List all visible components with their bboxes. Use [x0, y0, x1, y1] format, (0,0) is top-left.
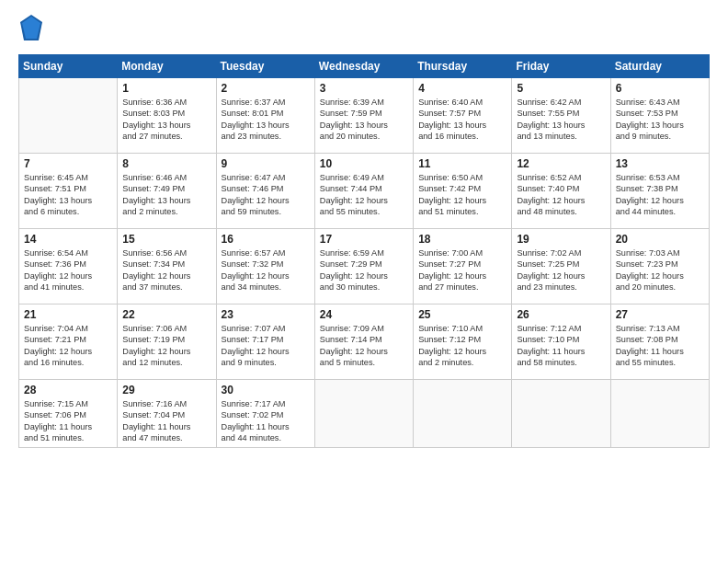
day-details: Sunrise: 7:03 AMSunset: 7:23 PMDaylight:… — [616, 247, 704, 293]
calendar-cell: 24Sunrise: 7:09 AMSunset: 7:14 PMDayligh… — [314, 304, 413, 379]
day-number: 13 — [616, 157, 704, 170]
day-details: Sunrise: 7:15 AMSunset: 7:06 PMDaylight:… — [24, 398, 112, 444]
day-details: Sunrise: 7:00 AMSunset: 7:27 PMDaylight:… — [418, 247, 506, 293]
day-number: 20 — [616, 233, 704, 246]
day-details: Sunrise: 7:10 AMSunset: 7:12 PMDaylight:… — [418, 323, 506, 369]
calendar-cell: 30Sunrise: 7:17 AMSunset: 7:02 PMDayligh… — [216, 379, 314, 448]
calendar-cell: 29Sunrise: 7:16 AMSunset: 7:04 PMDayligh… — [118, 379, 216, 448]
calendar-cell — [19, 77, 118, 153]
page-header — [18, 17, 710, 45]
day-details: Sunrise: 7:17 AMSunset: 7:02 PMDaylight:… — [222, 398, 310, 444]
day-details: Sunrise: 7:02 AMSunset: 7:25 PMDaylight:… — [517, 247, 605, 293]
day-details: Sunrise: 7:12 AMSunset: 7:10 PMDaylight:… — [517, 323, 605, 369]
calendar-cell: 2Sunrise: 6:37 AMSunset: 8:01 PMDaylight… — [216, 77, 314, 153]
day-details: Sunrise: 7:09 AMSunset: 7:14 PMDaylight:… — [320, 323, 408, 369]
day-details: Sunrise: 6:37 AMSunset: 8:01 PMDaylight:… — [222, 97, 310, 143]
calendar-weekday-wednesday: Wednesday — [314, 54, 413, 77]
day-number: 29 — [122, 384, 210, 396]
day-number: 26 — [517, 308, 605, 321]
day-number: 22 — [122, 308, 210, 321]
calendar-weekday-sunday: Sunday — [19, 54, 118, 77]
day-details: Sunrise: 6:54 AMSunset: 7:36 PMDaylight:… — [24, 247, 112, 293]
day-details: Sunrise: 6:46 AMSunset: 7:49 PMDaylight:… — [122, 172, 210, 218]
day-number: 7 — [24, 157, 112, 170]
calendar-cell: 8Sunrise: 6:46 AMSunset: 7:49 PMDaylight… — [118, 153, 216, 228]
day-details: Sunrise: 6:47 AMSunset: 7:46 PMDaylight:… — [222, 172, 310, 218]
day-number: 5 — [517, 82, 605, 95]
calendar-table: SundayMondayTuesdayWednesdayThursdayFrid… — [18, 54, 710, 449]
day-number: 6 — [616, 82, 704, 95]
calendar-cell: 6Sunrise: 6:43 AMSunset: 7:53 PMDaylight… — [610, 77, 709, 153]
calendar-cell: 26Sunrise: 7:12 AMSunset: 7:10 PMDayligh… — [512, 304, 610, 379]
calendar-cell: 16Sunrise: 6:57 AMSunset: 7:32 PMDayligh… — [216, 228, 314, 304]
calendar-cell: 23Sunrise: 7:07 AMSunset: 7:17 PMDayligh… — [216, 304, 314, 379]
calendar-header-row: SundayMondayTuesdayWednesdayThursdayFrid… — [19, 54, 710, 77]
logo-icon — [20, 15, 42, 40]
calendar-cell: 7Sunrise: 6:45 AMSunset: 7:51 PMDaylight… — [19, 153, 118, 228]
day-details: Sunrise: 6:50 AMSunset: 7:42 PMDaylight:… — [418, 172, 506, 218]
day-number: 19 — [517, 233, 605, 246]
day-number: 14 — [24, 233, 112, 246]
day-number: 18 — [418, 233, 506, 246]
day-number: 23 — [222, 308, 310, 321]
day-number: 30 — [222, 384, 310, 396]
calendar-cell: 17Sunrise: 6:59 AMSunset: 7:29 PMDayligh… — [314, 228, 413, 304]
calendar-cell: 9Sunrise: 6:47 AMSunset: 7:46 PMDaylight… — [216, 153, 314, 228]
calendar-cell — [314, 379, 413, 448]
calendar-cell: 11Sunrise: 6:50 AMSunset: 7:42 PMDayligh… — [414, 153, 512, 228]
calendar-cell: 14Sunrise: 6:54 AMSunset: 7:36 PMDayligh… — [19, 228, 118, 304]
calendar-cell: 27Sunrise: 7:13 AMSunset: 7:08 PMDayligh… — [610, 304, 709, 379]
calendar-weekday-monday: Monday — [118, 54, 216, 77]
day-details: Sunrise: 6:42 AMSunset: 7:55 PMDaylight:… — [517, 97, 605, 143]
day-details: Sunrise: 6:36 AMSunset: 8:03 PMDaylight:… — [122, 97, 210, 143]
day-number: 11 — [418, 157, 506, 170]
day-details: Sunrise: 6:49 AMSunset: 7:44 PMDaylight:… — [320, 172, 408, 218]
day-details: Sunrise: 6:53 AMSunset: 7:38 PMDaylight:… — [616, 172, 704, 218]
day-number: 4 — [418, 82, 506, 95]
day-details: Sunrise: 6:43 AMSunset: 7:53 PMDaylight:… — [616, 97, 704, 143]
calendar-weekday-tuesday: Tuesday — [216, 54, 314, 77]
day-details: Sunrise: 7:04 AMSunset: 7:21 PMDaylight:… — [24, 323, 112, 369]
day-number: 21 — [24, 308, 112, 321]
day-details: Sunrise: 6:59 AMSunset: 7:29 PMDaylight:… — [320, 247, 408, 293]
day-details: Sunrise: 6:39 AMSunset: 7:59 PMDaylight:… — [320, 97, 408, 143]
calendar-weekday-saturday: Saturday — [610, 54, 709, 77]
day-number: 1 — [122, 82, 210, 95]
day-details: Sunrise: 7:13 AMSunset: 7:08 PMDaylight:… — [616, 323, 704, 369]
day-details: Sunrise: 6:57 AMSunset: 7:32 PMDaylight:… — [222, 247, 310, 293]
day-details: Sunrise: 6:40 AMSunset: 7:57 PMDaylight:… — [418, 97, 506, 143]
calendar-cell: 13Sunrise: 6:53 AMSunset: 7:38 PMDayligh… — [610, 153, 709, 228]
day-number: 8 — [122, 157, 210, 170]
calendar-cell: 4Sunrise: 6:40 AMSunset: 7:57 PMDaylight… — [414, 77, 512, 153]
day-details: Sunrise: 7:16 AMSunset: 7:04 PMDaylight:… — [122, 398, 210, 444]
calendar-cell — [512, 379, 610, 448]
day-number: 12 — [517, 157, 605, 170]
day-number: 25 — [418, 308, 506, 321]
day-details: Sunrise: 6:45 AMSunset: 7:51 PMDaylight:… — [24, 172, 112, 218]
day-details: Sunrise: 7:06 AMSunset: 7:19 PMDaylight:… — [122, 323, 210, 369]
calendar-cell: 1Sunrise: 6:36 AMSunset: 8:03 PMDaylight… — [118, 77, 216, 153]
calendar-cell: 18Sunrise: 7:00 AMSunset: 7:27 PMDayligh… — [414, 228, 512, 304]
calendar-cell: 22Sunrise: 7:06 AMSunset: 7:19 PMDayligh… — [118, 304, 216, 379]
day-number: 16 — [222, 233, 310, 246]
day-number: 2 — [222, 82, 310, 95]
logo — [18, 17, 42, 45]
day-details: Sunrise: 7:07 AMSunset: 7:17 PMDaylight:… — [222, 323, 310, 369]
day-number: 27 — [616, 308, 704, 321]
calendar-cell: 19Sunrise: 7:02 AMSunset: 7:25 PMDayligh… — [512, 228, 610, 304]
day-number: 17 — [320, 233, 408, 246]
calendar-weekday-friday: Friday — [512, 54, 610, 77]
day-number: 3 — [320, 82, 408, 95]
calendar-cell: 28Sunrise: 7:15 AMSunset: 7:06 PMDayligh… — [19, 379, 118, 448]
day-number: 24 — [320, 308, 408, 321]
day-details: Sunrise: 6:52 AMSunset: 7:40 PMDaylight:… — [517, 172, 605, 218]
day-details: Sunrise: 6:56 AMSunset: 7:34 PMDaylight:… — [122, 247, 210, 293]
day-number: 15 — [122, 233, 210, 246]
day-number: 9 — [222, 157, 310, 170]
day-number: 28 — [24, 384, 112, 396]
calendar-cell: 20Sunrise: 7:03 AMSunset: 7:23 PMDayligh… — [610, 228, 709, 304]
calendar-cell — [414, 379, 512, 448]
calendar-cell: 10Sunrise: 6:49 AMSunset: 7:44 PMDayligh… — [314, 153, 413, 228]
calendar-cell: 12Sunrise: 6:52 AMSunset: 7:40 PMDayligh… — [512, 153, 610, 228]
calendar-cell: 3Sunrise: 6:39 AMSunset: 7:59 PMDaylight… — [314, 77, 413, 153]
